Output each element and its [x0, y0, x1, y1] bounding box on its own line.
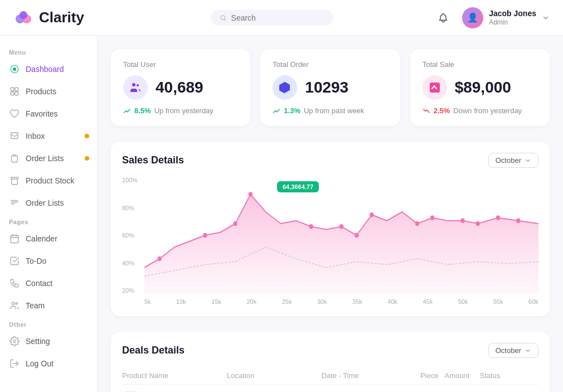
deals-section-header: Deals Details October [122, 343, 538, 358]
sidebar-item-todo[interactable]: To-Do [0, 250, 97, 272]
product-stock-icon [9, 175, 20, 186]
order-lists-icon [9, 153, 20, 164]
col-status: Status [479, 367, 538, 385]
sidebar-item-product-stock[interactable]: Product Stock [0, 170, 97, 192]
chart-y-labels: 100% 80% 60% 40% 20% [122, 177, 138, 294]
stat-value-order: 10293 [305, 79, 348, 96]
deals-section: Deals Details October Product Name Locat… [111, 332, 550, 392]
stat-icon-sale [423, 75, 447, 100]
deals-table-header: Product Name Location Date - Time Piece … [122, 367, 538, 385]
sales-title: Sales Details [122, 154, 184, 166]
stat-card-total-user: Total User 40,689 8.5% Up from yesterday [111, 49, 250, 126]
sidebar-item-inbox[interactable]: Inbox [0, 125, 97, 147]
sidebar-label-todo: To-Do [26, 257, 46, 265]
logo-text: Clarity [39, 9, 84, 26]
sidebar-menu-label: Menu [0, 45, 97, 58]
user-name: Jacob Jones [489, 8, 536, 18]
main-content: Total User 40,689 8.5% Up from yesterday… [98, 36, 563, 392]
stat-label-user: Total User [123, 60, 238, 69]
header-center [111, 10, 433, 26]
main-layout: Menu Dashboard Products Favorites Inbox [0, 36, 563, 392]
sidebar-item-order-lists[interactable]: Order Lists [0, 147, 97, 170]
sidebar-item-contact[interactable]: Contact [0, 272, 97, 294]
table-row: ⌚ Apple Watch Royal Ln, New Jersey 12.09… [122, 385, 538, 393]
svg-point-28 [476, 221, 480, 226]
svg-point-30 [516, 219, 520, 223]
sidebar-item-dashboard[interactable]: Dashboard [0, 58, 97, 80]
sidebar-other-label: Other [0, 317, 97, 330]
svg-point-19 [234, 221, 237, 226]
deals-month-selector[interactable]: October [488, 343, 538, 358]
search-bar[interactable] [211, 10, 333, 26]
dashboard-icon [9, 64, 20, 75]
sidebar-item-team[interactable]: Team [0, 294, 97, 317]
logo-icon [13, 8, 33, 28]
col-amount: Amount [444, 367, 479, 385]
sidebar-label-inbox: Inbox [26, 132, 45, 141]
sidebar-item-calendar[interactable]: Calender [0, 228, 97, 250]
sales-section-header: Sales Details October [122, 153, 538, 168]
svg-point-24 [370, 212, 373, 217]
svg-rect-7 [15, 88, 18, 91]
stat-change-order: 1.3% Up from past week [273, 107, 387, 115]
contact-icon [9, 278, 20, 289]
search-input[interactable] [231, 13, 325, 22]
sidebar-item-order-lists-2[interactable]: Order Lists [0, 192, 97, 214]
deal-amount: $34,295 [444, 385, 479, 393]
sidebar-item-logout[interactable]: Log Out [0, 352, 97, 375]
user-profile[interactable]: 👤 Jacob Jones Admin [462, 7, 550, 28]
stat-card-total-order: Total Order 10293 1.3% Up from past week [260, 49, 400, 126]
svg-point-25 [415, 221, 419, 226]
logout-icon [9, 358, 20, 369]
svg-point-17 [158, 257, 162, 261]
trend-up-icon [123, 107, 131, 115]
calendar-icon [9, 233, 20, 244]
svg-point-13 [13, 340, 16, 343]
sidebar-label-contact: Contact [26, 279, 52, 288]
trend-down-icon [423, 107, 430, 115]
col-datetime: Date - Time [322, 367, 420, 385]
deal-datetime: 12.09.2019 - 12:53 PM [322, 385, 420, 393]
todo-icon [9, 255, 20, 267]
chevron-down-icon [542, 14, 550, 22]
favorites-icon [9, 108, 20, 119]
products-icon [9, 86, 20, 97]
sidebar-item-products[interactable]: Products [0, 80, 97, 103]
svg-point-20 [249, 192, 253, 196]
svg-point-22 [339, 224, 343, 229]
sidebar-label-setting: Setting [26, 337, 50, 346]
sales-month-selector[interactable]: October [488, 153, 538, 168]
svg-point-15 [137, 84, 139, 86]
sidebar-item-favorites[interactable]: Favorites [0, 103, 97, 125]
col-location: Location [227, 367, 322, 385]
deal-status: Delivered [479, 385, 538, 393]
svg-rect-10 [11, 235, 18, 243]
sidebar-item-setting[interactable]: Setting [0, 330, 97, 352]
col-piece: Piece [420, 367, 445, 385]
stat-icon-user [123, 75, 148, 100]
sidebar-label-dashboard: Dashboard [26, 65, 64, 74]
bell-icon [438, 12, 449, 23]
chevron-down-icon-deals [525, 347, 531, 354]
logo: Clarity [13, 8, 111, 28]
sidebar-pages-label: Pages [0, 214, 97, 228]
inbox-badge [85, 134, 89, 138]
header-right: 👤 Jacob Jones Admin [433, 7, 550, 28]
svg-point-12 [16, 303, 17, 304]
svg-point-4 [13, 67, 16, 71]
stat-change-user: 8.5% Up from yesterday [123, 107, 238, 115]
notification-bell[interactable] [433, 8, 453, 28]
deals-table: Product Name Location Date - Time Piece … [122, 367, 538, 392]
setting-icon [9, 336, 20, 347]
svg-rect-6 [11, 88, 14, 91]
header: Clarity 👤 Jacob Jones Admin [0, 0, 563, 36]
svg-point-11 [12, 302, 15, 305]
stat-icon-order [273, 75, 297, 100]
stat-card-total-sale: Total Sale $89,000 2.5% Down from yester… [410, 49, 550, 126]
chart-x-labels: 5k 10k 15k 20k 25k 30k 35k 40k 45k 50k 5… [144, 298, 538, 305]
chevron-down-icon-chart [525, 157, 531, 164]
chart-svg: 64,3664.77 [144, 177, 538, 294]
order-lists-2-icon [9, 197, 20, 209]
sidebar-label-order-lists: Order Lists [26, 154, 64, 163]
svg-rect-9 [15, 92, 18, 95]
